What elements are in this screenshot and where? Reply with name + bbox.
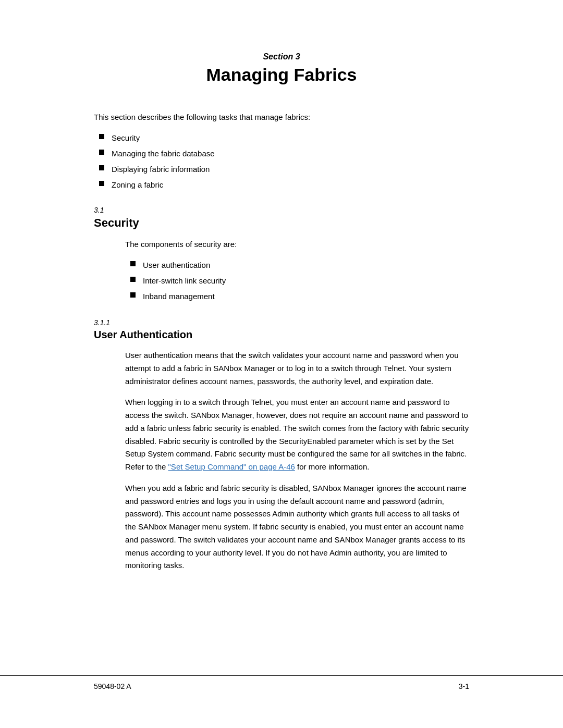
section-number-text: 3 bbox=[296, 52, 300, 61]
bullet-icon bbox=[130, 277, 136, 282]
user-auth-paragraph-1: User authentication means that the switc… bbox=[125, 349, 469, 388]
page-header: Section 3 Managing Fabrics bbox=[0, 31, 563, 85]
section-label-text: Section bbox=[263, 52, 293, 61]
paragraph-2-before: When logging in to a switch through Teln… bbox=[125, 398, 469, 471]
security-components-list: User authentication Inter-switch link se… bbox=[125, 259, 469, 303]
security-section-number: 3.1 bbox=[94, 206, 469, 214]
bullet-icon bbox=[99, 134, 104, 139]
security-section: 3.1 Security The components of security … bbox=[94, 206, 469, 303]
user-auth-section: 3.1.1 User Authentication User authentic… bbox=[94, 318, 469, 572]
list-item: Inband management bbox=[130, 290, 469, 303]
section-label: Section 3 bbox=[0, 52, 563, 61]
paragraph-2-after: for more information. bbox=[295, 462, 370, 471]
user-auth-heading: User Authentication bbox=[94, 329, 469, 341]
list-item-label: Inter-switch link security bbox=[143, 275, 226, 287]
bullet-icon bbox=[130, 292, 136, 298]
list-item: User authentication bbox=[130, 259, 469, 272]
user-auth-content: User authentication means that the switc… bbox=[94, 349, 469, 572]
security-heading: Security bbox=[94, 216, 469, 230]
user-auth-paragraph-3: When you add a fabric and fabric securit… bbox=[125, 482, 469, 572]
page: Section 3 Managing Fabrics This section … bbox=[0, 0, 563, 728]
list-item-label: User authentication bbox=[143, 259, 210, 272]
bullet-icon bbox=[99, 181, 104, 186]
bullet-icon bbox=[99, 165, 104, 170]
user-auth-paragraph-2: When logging in to a switch through Teln… bbox=[125, 396, 469, 474]
list-item: Displaying fabric information bbox=[99, 163, 469, 176]
list-item-label: Managing the fabric database bbox=[112, 147, 215, 160]
set-setup-command-link[interactable]: "Set Setup Command" on page A-46 bbox=[168, 462, 295, 471]
list-item: Zoning a fabric bbox=[99, 179, 469, 191]
list-item-label: Inband management bbox=[143, 290, 215, 303]
footer-left: 59048-02 A bbox=[94, 682, 131, 690]
user-auth-section-number: 3.1.1 bbox=[94, 318, 469, 327]
intro-text: This section describes the following tas… bbox=[94, 111, 469, 124]
list-item: Security bbox=[99, 132, 469, 144]
list-item-label: Zoning a fabric bbox=[112, 179, 163, 191]
bullet-icon bbox=[99, 150, 104, 155]
list-item: Managing the fabric database bbox=[99, 147, 469, 160]
footer-right: 3-1 bbox=[459, 682, 469, 690]
task-list: Security Managing the fabric database Di… bbox=[94, 132, 469, 191]
security-intro: The components of security are: bbox=[125, 238, 469, 251]
list-item: Inter-switch link security bbox=[130, 275, 469, 287]
list-item-label: Displaying fabric information bbox=[112, 163, 210, 176]
bullet-icon bbox=[130, 261, 136, 266]
list-item-label: Security bbox=[112, 132, 140, 144]
main-content: This section describes the following tas… bbox=[0, 111, 563, 675]
page-title: Managing Fabrics bbox=[0, 65, 563, 85]
security-content: The components of security are: User aut… bbox=[94, 238, 469, 303]
page-footer: 59048-02 A 3-1 bbox=[0, 675, 563, 697]
